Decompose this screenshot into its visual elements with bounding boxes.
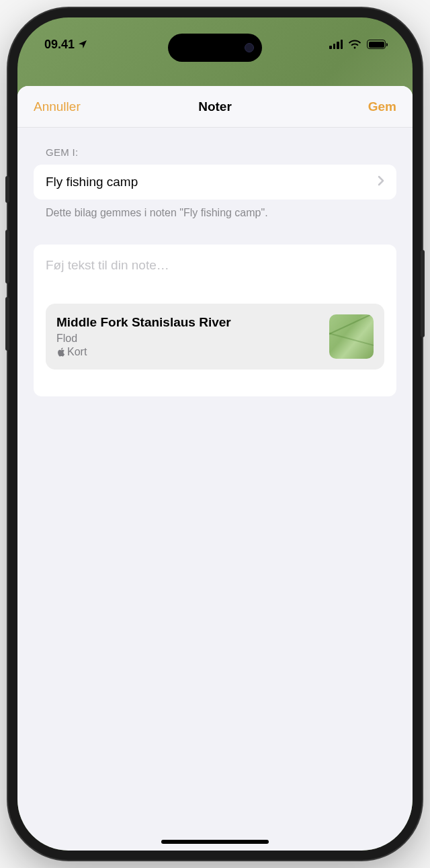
status-time: 09.41 [44,38,88,52]
save-button[interactable]: Gem [368,99,396,114]
note-picker-row[interactable]: Fly fishing camp [34,165,396,200]
share-sheet: Annuller Noter Gem GEM I: Fly fishing ca… [17,86,413,851]
attachment-source-label: Kort [67,346,87,358]
location-icon [77,39,88,50]
attachment-subtitle: Flod [56,333,320,345]
note-body-card: Føj tekst til din note… Middle Fork Stan… [34,245,396,396]
sheet-header: Annuller Noter Gem [17,86,413,128]
phone-frame: 09.41 [8,8,422,860]
phone-inner: 09.41 [17,17,413,851]
battery-icon [367,40,386,49]
status-time-text: 09.41 [44,38,75,52]
save-in-footer: Dette bilag gemmes i noten "Fly fishing … [34,200,396,220]
chevron-right-icon [378,175,384,189]
status-right [329,40,386,49]
map-thumbnail [329,314,374,359]
attachment-text: Middle Fork Stanislaus River Flod Kort [56,315,320,358]
dynamic-island [168,34,262,62]
side-button-silent [5,176,9,203]
cellular-icon [329,40,343,49]
save-in-label: GEM I: [34,146,396,158]
cancel-button[interactable]: Annuller [34,99,81,114]
wifi-icon [348,40,361,49]
apple-icon [56,347,65,357]
sheet-content: GEM I: Fly fishing camp Dette bilag gemm… [17,128,413,415]
note-text-input[interactable]: Føj tekst til din note… [46,258,384,273]
selected-note-name: Fly fishing camp [46,175,138,189]
side-button-volume-down [5,297,9,351]
side-button-volume-up [5,230,9,284]
home-indicator[interactable] [161,840,269,844]
attachment-source: Kort [56,346,320,358]
attachment-title: Middle Fork Stanislaus River [56,315,320,330]
screen: 09.41 [17,17,413,851]
map-attachment[interactable]: Middle Fork Stanislaus River Flod Kort [46,304,384,370]
side-button-power [421,250,425,337]
